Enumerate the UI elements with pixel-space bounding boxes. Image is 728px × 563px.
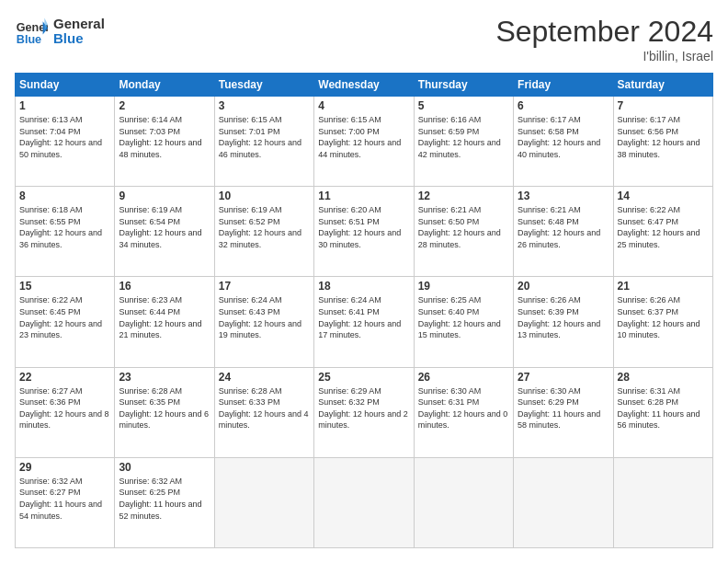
day-info: Sunrise: 6:25 AM Sunset: 6:40 PM Dayligh… [418,294,509,340]
calendar-cell: 30 Sunrise: 6:32 AM Sunset: 6:25 PM Dayl… [115,457,214,547]
day-info: Sunrise: 6:15 AM Sunset: 7:00 PM Dayligh… [318,114,409,160]
location-subtitle: I'billin, Israel [495,49,713,63]
day-info: Sunrise: 6:32 AM Sunset: 6:27 PM Dayligh… [19,476,110,522]
day-number: 6 [518,99,609,112]
day-number: 3 [219,99,310,112]
calendar-cell: 2 Sunrise: 6:14 AM Sunset: 7:03 PM Dayli… [115,97,214,187]
calendar-week-5: 29 Sunrise: 6:32 AM Sunset: 6:27 PM Dayl… [16,457,713,547]
calendar-cell: 21 Sunrise: 6:26 AM Sunset: 6:37 PM Dayl… [613,277,712,367]
day-info: Sunrise: 6:27 AM Sunset: 6:36 PM Dayligh… [19,385,110,431]
month-title: September 2024 [495,15,713,49]
day-info: Sunrise: 6:22 AM Sunset: 6:45 PM Dayligh… [19,294,110,340]
day-number: 26 [418,371,509,384]
day-number: 19 [418,280,509,293]
day-number: 22 [19,371,110,384]
calendar-cell: 20 Sunrise: 6:26 AM Sunset: 6:39 PM Dayl… [514,277,613,367]
calendar-cell: 25 Sunrise: 6:29 AM Sunset: 6:32 PM Dayl… [314,367,414,457]
calendar-cell: 12 Sunrise: 6:21 AM Sunset: 6:50 PM Dayl… [414,187,513,277]
day-number: 16 [119,280,210,293]
calendar-cell [514,457,613,547]
day-info: Sunrise: 6:29 AM Sunset: 6:32 PM Dayligh… [318,385,409,431]
day-info: Sunrise: 6:30 AM Sunset: 6:31 PM Dayligh… [418,385,509,431]
day-number: 8 [19,190,110,202]
calendar-cell: 19 Sunrise: 6:25 AM Sunset: 6:40 PM Dayl… [414,277,513,367]
calendar-cell [613,457,712,547]
day-number: 25 [318,371,409,384]
day-info: Sunrise: 6:32 AM Sunset: 6:25 PM Dayligh… [119,476,210,522]
calendar-table: SundayMondayTuesdayWednesdayThursdayFrid… [15,73,713,548]
day-info: Sunrise: 6:24 AM Sunset: 6:43 PM Dayligh… [219,294,310,340]
calendar-cell: 14 Sunrise: 6:22 AM Sunset: 6:47 PM Dayl… [613,187,712,277]
day-number: 14 [618,190,709,202]
day-number: 11 [318,190,409,202]
calendar-cell: 9 Sunrise: 6:19 AM Sunset: 6:54 PM Dayli… [115,187,214,277]
calendar-week-4: 22 Sunrise: 6:27 AM Sunset: 6:36 PM Dayl… [16,367,713,457]
day-info: Sunrise: 6:21 AM Sunset: 6:50 PM Dayligh… [418,204,509,250]
day-info: Sunrise: 6:28 AM Sunset: 6:33 PM Dayligh… [219,385,310,431]
calendar-cell: 6 Sunrise: 6:17 AM Sunset: 6:58 PM Dayli… [514,97,613,187]
calendar-cell: 15 Sunrise: 6:22 AM Sunset: 6:45 PM Dayl… [16,277,115,367]
day-number: 2 [119,99,210,112]
day-number: 5 [418,99,509,112]
day-number: 20 [518,280,609,293]
day-info: Sunrise: 6:15 AM Sunset: 7:01 PM Dayligh… [219,114,310,160]
calendar-cell: 29 Sunrise: 6:32 AM Sunset: 6:27 PM Dayl… [16,457,115,547]
calendar-cell: 17 Sunrise: 6:24 AM Sunset: 6:43 PM Dayl… [214,277,313,367]
day-header-sunday: Sunday [16,74,115,97]
day-info: Sunrise: 6:14 AM Sunset: 7:03 PM Dayligh… [119,114,210,160]
calendar-cell [314,457,414,547]
calendar-week-3: 15 Sunrise: 6:22 AM Sunset: 6:45 PM Dayl… [16,277,713,367]
calendar-cell: 3 Sunrise: 6:15 AM Sunset: 7:01 PM Dayli… [214,97,313,187]
day-header-monday: Monday [115,74,214,97]
day-info: Sunrise: 6:21 AM Sunset: 6:48 PM Dayligh… [518,204,609,250]
day-header-saturday: Saturday [613,74,712,97]
day-info: Sunrise: 6:26 AM Sunset: 6:39 PM Dayligh… [518,294,609,340]
day-number: 4 [318,99,409,112]
calendar-cell: 5 Sunrise: 6:16 AM Sunset: 6:59 PM Dayli… [414,97,513,187]
calendar-cell: 7 Sunrise: 6:17 AM Sunset: 6:56 PM Dayli… [613,97,712,187]
day-number: 23 [119,371,210,384]
day-number: 15 [19,280,110,293]
calendar-cell: 11 Sunrise: 6:20 AM Sunset: 6:51 PM Dayl… [314,187,414,277]
day-info: Sunrise: 6:19 AM Sunset: 6:54 PM Dayligh… [119,204,210,250]
day-number: 21 [618,280,709,293]
day-info: Sunrise: 6:31 AM Sunset: 6:28 PM Dayligh… [618,385,709,431]
day-number: 18 [318,280,409,293]
day-number: 12 [418,190,509,202]
calendar-cell [414,457,513,547]
calendar-week-1: 1 Sunrise: 6:13 AM Sunset: 7:04 PM Dayli… [16,97,713,187]
day-number: 29 [19,461,110,474]
day-number: 13 [518,190,609,202]
calendar-cell: 1 Sunrise: 6:13 AM Sunset: 7:04 PM Dayli… [16,97,115,187]
calendar-cell [214,457,313,547]
page-header: General Blue General Blue September 2024… [15,15,713,63]
day-number: 24 [219,371,310,384]
calendar-cell: 18 Sunrise: 6:24 AM Sunset: 6:41 PM Dayl… [314,277,414,367]
day-number: 17 [219,280,310,293]
calendar-header-row: SundayMondayTuesdayWednesdayThursdayFrid… [16,74,713,97]
day-number: 27 [518,371,609,384]
day-header-tuesday: Tuesday [214,74,313,97]
logo-line1: General [53,17,105,32]
day-number: 7 [618,99,709,112]
day-info: Sunrise: 6:17 AM Sunset: 6:58 PM Dayligh… [518,114,609,160]
day-info: Sunrise: 6:24 AM Sunset: 6:41 PM Dayligh… [318,294,409,340]
day-info: Sunrise: 6:20 AM Sunset: 6:51 PM Dayligh… [318,204,409,250]
calendar-cell: 23 Sunrise: 6:28 AM Sunset: 6:35 PM Dayl… [115,367,214,457]
day-info: Sunrise: 6:18 AM Sunset: 6:55 PM Dayligh… [19,204,110,250]
logo-line2: Blue [53,31,105,47]
day-number: 30 [119,461,210,474]
calendar-cell: 4 Sunrise: 6:15 AM Sunset: 7:00 PM Dayli… [314,97,414,187]
day-info: Sunrise: 6:30 AM Sunset: 6:29 PM Dayligh… [518,385,609,431]
calendar-cell: 26 Sunrise: 6:30 AM Sunset: 6:31 PM Dayl… [414,367,513,457]
day-info: Sunrise: 6:23 AM Sunset: 6:44 PM Dayligh… [119,294,210,340]
calendar-cell: 22 Sunrise: 6:27 AM Sunset: 6:36 PM Dayl… [16,367,115,457]
calendar-cell: 28 Sunrise: 6:31 AM Sunset: 6:28 PM Dayl… [613,367,712,457]
day-info: Sunrise: 6:16 AM Sunset: 6:59 PM Dayligh… [418,114,509,160]
day-number: 28 [618,371,709,384]
day-header-friday: Friday [514,74,613,97]
day-number: 1 [19,99,110,112]
day-header-thursday: Thursday [414,74,513,97]
day-info: Sunrise: 6:26 AM Sunset: 6:37 PM Dayligh… [618,294,709,340]
svg-text:Blue: Blue [17,33,41,46]
